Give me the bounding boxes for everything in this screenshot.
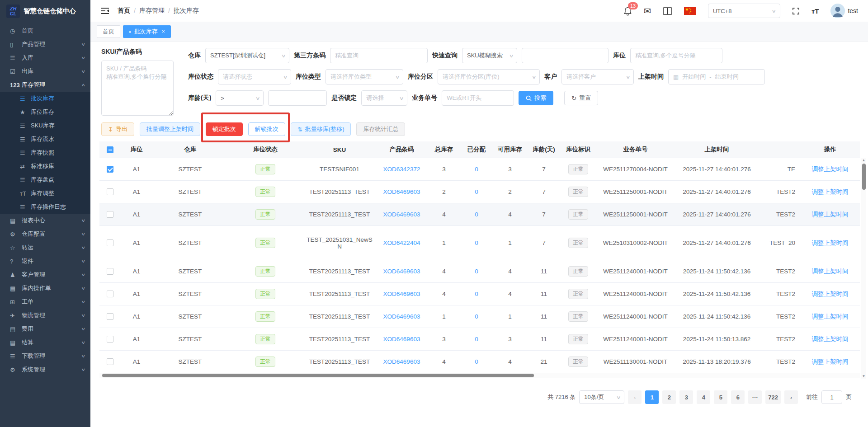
inventory-summary-button[interactable]: 库存统计汇总	[356, 122, 405, 136]
allocated-link[interactable]: 0	[475, 268, 478, 275]
mail-icon[interactable]: ✉	[644, 6, 651, 16]
page-size-select[interactable]: 10条/页 ∨	[579, 390, 624, 404]
barcode-link[interactable]: XOD6469603	[383, 358, 420, 365]
sidebar-item[interactable]: ▯ 产品管理 ∨	[0, 38, 90, 51]
unlock-batch-button[interactable]: 解锁批次	[248, 122, 285, 136]
sidebar-item[interactable]: ☰ 下载管理 ∨	[0, 349, 90, 363]
sidebar-item[interactable]: ▤ 报表中心 ∨	[0, 214, 90, 227]
sidebar-item[interactable]: ☰ SKU库存	[0, 119, 90, 132]
page-number-button[interactable]: 722	[765, 390, 781, 404]
barcode-link[interactable]: XOD6469603	[383, 188, 420, 195]
page-number-button[interactable]: 5	[714, 390, 727, 404]
sidebar-item[interactable]: ☰ 库存操作日志	[0, 200, 90, 214]
page-number-button[interactable]: 1	[645, 390, 659, 404]
sidebar-item[interactable]: ☰ 库存快照	[0, 146, 90, 160]
quick-search-input[interactable]	[522, 48, 609, 63]
sidebar-item[interactable]: ▤ 结算 ∨	[0, 336, 90, 349]
sidebar-item[interactable]: ☑ 出库 ∨	[0, 65, 90, 78]
barcode-link[interactable]: XOD6469603	[383, 291, 420, 297]
sidebar-item[interactable]: ⊞ 工单 ∨	[0, 295, 90, 309]
allocated-link[interactable]: 0	[475, 336, 478, 343]
tab-close-icon[interactable]: ×	[162, 28, 165, 35]
adjust-shelf-time-link[interactable]: 调整上架时间	[812, 165, 849, 174]
sidebar-item[interactable]: ? 退件 ∨	[0, 254, 90, 268]
allocated-link[interactable]: 0	[475, 358, 478, 365]
next-page-button[interactable]: ›	[784, 390, 798, 404]
warehouse-select[interactable]: SZTEST[深圳测试仓] ∨	[205, 48, 289, 63]
barcode-link[interactable]: XOD6469603	[383, 268, 420, 275]
page-number-button[interactable]: ···	[748, 390, 762, 404]
page-number-button[interactable]: 2	[662, 390, 676, 404]
order-no-input[interactable]: WE或RT开头	[442, 90, 514, 106]
sidebar-item[interactable]: ☆ 转运 ∨	[0, 241, 90, 254]
sidebar-item[interactable]: ⚙ 仓库配置 ∨	[0, 227, 90, 241]
sidebar-item[interactable]: ✈ 物流管理 ∨	[0, 309, 90, 322]
sidebar-item[interactable]: ᴛT 库存调整	[0, 187, 90, 200]
page-number-button[interactable]: 4	[697, 390, 710, 404]
search-button[interactable]: 搜索	[519, 91, 553, 105]
tab-batch-inventory[interactable]: ● 批次库存 ×	[123, 25, 171, 38]
barcode-link[interactable]: XOD6422404	[383, 239, 420, 246]
sidebar-item[interactable]: ⚙ 系统管理 ∨	[0, 363, 90, 376]
notification-bell-icon[interactable]: 13	[623, 6, 632, 16]
stock-age-input[interactable]	[268, 90, 327, 106]
sidebar-item[interactable]: ☰ 入库 ∨	[0, 51, 90, 65]
jump-page-input[interactable]: 1	[821, 390, 842, 404]
row-checkbox[interactable]	[107, 313, 113, 320]
adjust-shelf-time-link[interactable]: 调整上架时间	[812, 267, 849, 276]
adjust-shelf-time-link[interactable]: 调整上架时间	[812, 188, 849, 196]
barcode-link[interactable]: XOD6342372	[383, 166, 420, 173]
customer-select[interactable]: 请选择客户 ∨	[561, 69, 634, 84]
sidebar-item[interactable]: ⇄ 标准移库	[0, 160, 90, 173]
horizontal-scrollbar[interactable]	[99, 373, 860, 378]
row-checkbox[interactable]	[107, 358, 113, 365]
barcode-link[interactable]: XOD6469603	[383, 313, 420, 320]
breadcrumb-home[interactable]: 首页	[118, 7, 130, 15]
adjust-shelf-time-link[interactable]: 调整上架时间	[812, 335, 849, 343]
row-checkbox[interactable]	[107, 166, 113, 173]
adjust-shelf-time-link[interactable]: 调整上架时间	[812, 239, 849, 247]
language-flag-icon[interactable]: ★ ★ ★ ★ ★	[684, 7, 696, 15]
quick-search-type-select[interactable]: SKU模糊搜索 ∨	[462, 48, 517, 63]
sku-textarea[interactable]	[101, 61, 174, 116]
row-checkbox[interactable]	[107, 336, 113, 343]
font-size-icon[interactable]: ᴛT	[811, 7, 819, 15]
export-button[interactable]: ↧ 导出	[101, 122, 134, 136]
scroll-down-icon[interactable]: ▼	[862, 374, 866, 379]
allocated-link[interactable]: 0	[475, 188, 478, 195]
batch-move-button[interactable]: ⇅ 批量移库(整移)	[291, 122, 351, 136]
location-input[interactable]: 精准查询,多个逗号分隔	[630, 48, 722, 63]
user-menu[interactable]: test	[830, 4, 858, 18]
row-checkbox[interactable]	[107, 188, 113, 195]
vertical-scrollbar[interactable]: ▲ ▼	[861, 158, 866, 379]
adjust-shelf-time-link[interactable]: 调整上架时间	[812, 211, 849, 219]
timezone-select[interactable]: UTC+8 ∨	[708, 4, 780, 18]
sidebar-item[interactable]: ▤ 库内操作单 ∨	[0, 282, 90, 295]
sidebar-item[interactable]: ☰ 库存流水	[0, 132, 90, 146]
breadcrumb-inventory[interactable]: 库存管理	[139, 7, 165, 15]
sidebar-item[interactable]: ◷ 首页	[0, 24, 90, 38]
sidebar-item[interactable]: 123 库存管理 ∧	[0, 78, 90, 92]
third-barcode-input[interactable]: 精准查询	[330, 48, 428, 63]
row-checkbox[interactable]	[107, 211, 113, 218]
scroll-up-icon[interactable]: ▲	[862, 158, 866, 163]
allocated-link[interactable]: 0	[475, 291, 478, 297]
prev-page-button[interactable]: ‹	[628, 390, 642, 404]
batch-adjust-shelf-time-button[interactable]: 批量调整上架时间	[140, 122, 200, 136]
collapse-sidebar-icon[interactable]	[100, 7, 109, 14]
lock-batch-button[interactable]: 锁定批次	[206, 122, 243, 136]
docs-book-icon[interactable]	[663, 7, 672, 15]
locked-select[interactable]: 请选择 ∨	[361, 90, 407, 106]
allocated-link[interactable]: 0	[475, 211, 478, 218]
horizontal-scrollbar-thumb[interactable]	[102, 374, 534, 377]
adjust-shelf-time-link[interactable]: 调整上架时间	[812, 358, 849, 366]
location-status-select[interactable]: 请选择状态 ∨	[218, 69, 291, 84]
location-type-select[interactable]: 请选择库位类型 ∨	[326, 69, 403, 84]
tab-home[interactable]: 首页	[97, 25, 120, 38]
allocated-link[interactable]: 0	[475, 239, 478, 246]
page-number-button[interactable]: 6	[731, 390, 745, 404]
shelf-time-range-picker[interactable]: ▦ 开始时间 - 结束时间	[668, 69, 765, 84]
adjust-shelf-time-link[interactable]: 调整上架时间	[812, 313, 849, 321]
row-checkbox[interactable]	[107, 268, 113, 275]
sidebar-item[interactable]: ☰ 库存盘点	[0, 173, 90, 187]
